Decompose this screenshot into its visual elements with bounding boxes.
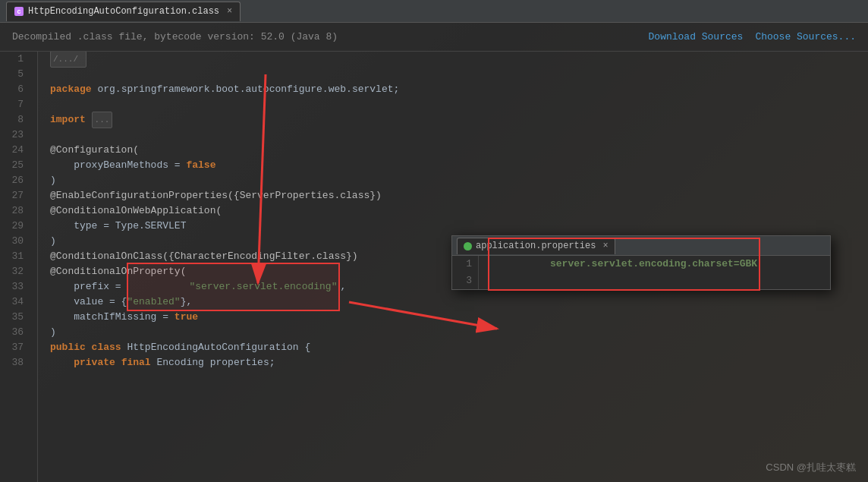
code-line-5	[50, 67, 868, 82]
value-close: },	[181, 295, 193, 310]
info-bar: Decompiled .class file, bytecode version…	[0, 23, 868, 52]
code-line-35: matchIfMissing = true	[50, 310, 868, 325]
indent	[50, 355, 74, 370]
code-line-28: @ConditionalOnWebApplication(	[50, 203, 868, 219]
ln-28: 28	[0, 203, 30, 219]
value-label: value = {	[50, 295, 127, 310]
prefix-label: prefix =	[50, 279, 127, 295]
code-line-6: package org.springframework.boot.autocon…	[50, 82, 868, 97]
main-tab[interactable]: c HttpEncodingAutoConfiguration.class ×	[6, 2, 241, 21]
main-tab-label: HttpEncodingAutoConfiguration.class	[28, 6, 219, 17]
tab-bar: c HttpEncodingAutoConfiguration.class ×	[0, 0, 868, 23]
line-numbers: 1 5 6 7 8 23 24 25 26 27 28 29 30 31 32 …	[0, 52, 38, 482]
keyword-final: final	[121, 355, 157, 370]
value-enabled: "enabled"	[127, 295, 180, 310]
ln-6: 6	[0, 82, 30, 97]
code-line-8: import ...	[50, 112, 868, 128]
keyword-false: false	[186, 158, 215, 173]
properties-file-icon	[464, 242, 472, 250]
popup-ln-3: 3	[452, 273, 472, 289]
code-line-36: )	[50, 325, 868, 340]
ln-29: 29	[0, 219, 30, 234]
ln-8: 8	[0, 112, 30, 128]
code-line-24: @Configuration(	[50, 143, 868, 158]
keyword-import: import	[50, 112, 92, 128]
popup-code-area: 1 3 server.servlet.encoding.charset=GBK	[452, 256, 830, 289]
annotation-configuration: @Configuration(	[50, 143, 139, 158]
keyword-public: public	[50, 340, 92, 355]
keyword-package: package	[50, 82, 97, 97]
annotation-conditionalonclass: @ConditionalOnClass({CharacterEncodingFi…	[50, 249, 358, 264]
properties-var: properties;	[210, 355, 275, 370]
decompiled-info: Decompiled .class file, bytecode version…	[12, 31, 338, 43]
package-name: org.springframework.boot.autoconfigure.w…	[97, 82, 399, 97]
ln-34: 34	[0, 295, 30, 310]
ln-23: 23	[0, 128, 30, 143]
code-line-1: /.../	[50, 52, 868, 67]
encoding-type: Encoding	[156, 355, 209, 370]
fold-marker-1[interactable]: /.../	[50, 52, 86, 68]
ln-24: 24	[0, 143, 30, 158]
code-line-37: public class HttpEncodingAutoConfigurati…	[50, 340, 868, 355]
keyword-private: private	[74, 355, 121, 370]
annotation-enableconfigprops: @EnableConfigurationProperties({ServerPr…	[50, 188, 382, 203]
keyword-true: true	[175, 310, 198, 325]
code-line-29: type = Type.SERVLET	[50, 219, 868, 234]
matchifmissing-label: matchIfMissing =	[50, 310, 175, 325]
ln-27: 27	[0, 188, 30, 203]
code-line-34: value = { "enabled" },	[50, 295, 868, 310]
code-line-26: )	[50, 173, 868, 188]
charset-key: server.servlet.encoding.charset=	[550, 258, 740, 269]
action-links: Download Sources Choose Sources...	[649, 31, 856, 43]
charset-gbk: GBK	[740, 258, 757, 269]
ln-38: 38	[0, 355, 30, 370]
ln-26: 26	[0, 173, 30, 188]
ln-25: 25	[0, 158, 30, 173]
popup-ln-1: 1	[452, 256, 472, 273]
class-file-icon: c	[14, 7, 24, 16]
ln-31: 31	[0, 249, 30, 264]
classname: HttpEncodingAutoConfiguration {	[127, 340, 310, 355]
ln-32: 32	[0, 264, 30, 279]
keyword-class: class	[92, 340, 127, 355]
prefix-value: "server.servlet.encoding"	[189, 281, 337, 292]
annotation-conditionalonweb: @ConditionalOnWebApplication(	[50, 203, 222, 219]
popup-panel: application.properties × 1 3 server.serv…	[451, 235, 831, 290]
download-sources-link[interactable]: Download Sources	[649, 31, 744, 43]
watermark: CSDN @扎哇太枣糕	[766, 461, 856, 474]
ln-35: 35	[0, 310, 30, 325]
main-tab-close[interactable]: ×	[227, 6, 232, 17]
ln-5: 5	[0, 67, 30, 82]
code-line-23	[50, 128, 868, 143]
code-type: type = Type.SERVLET	[50, 219, 186, 234]
code-line-7	[50, 97, 868, 112]
ln-33: 33	[0, 279, 30, 295]
ln-30: 30	[0, 234, 30, 249]
ln-37: 37	[0, 340, 30, 355]
popup-line-numbers: 1 3	[452, 256, 479, 289]
fold-marker-8[interactable]: ...	[92, 112, 113, 128]
popup-code-line-1: server.servlet.encoding.charset=GBK	[488, 256, 830, 273]
code-line-38: private final Encoding properties;	[50, 355, 868, 370]
comma: ,	[340, 279, 346, 295]
choose-sources-link[interactable]: Choose Sources...	[755, 31, 856, 43]
charset-value-highlight: server.servlet.encoding.charset=GBK	[488, 238, 760, 291]
ln-36: 36	[0, 325, 30, 340]
ln-1: 1	[0, 52, 30, 67]
ln-7: 7	[0, 97, 30, 112]
code-line-27: @EnableConfigurationProperties({ServerPr…	[50, 188, 868, 203]
code-line-25: proxyBeanMethods = false	[50, 158, 868, 173]
popup-code-lines: server.servlet.encoding.charset=GBK	[479, 256, 830, 289]
code-indent: proxyBeanMethods =	[50, 158, 186, 173]
